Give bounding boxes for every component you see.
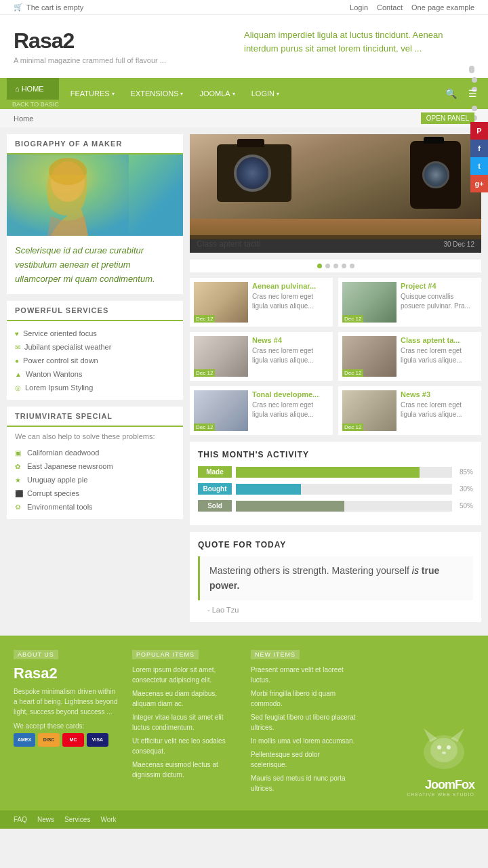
heart-icon: ♥ <box>15 330 19 337</box>
article-thumb: Dec 12 <box>342 282 396 323</box>
bought-pct: 30% <box>456 485 473 493</box>
google-button[interactable]: g+ <box>470 175 488 192</box>
sold-bar <box>236 501 452 512</box>
footer-services-link[interactable]: Services <box>64 816 90 823</box>
article-card[interactable]: Dec 12 Project #4 Quisque convallis posu… <box>338 278 481 327</box>
list-item[interactable]: Maecenas euismod lectus at dignissim dic… <box>132 760 237 780</box>
biography-title: BIOGRAPHY OF A MAKER <box>7 134 183 154</box>
list-item: ✿ East Japanese newsroom <box>15 459 175 473</box>
triumvirate-section: TRIUMVIRATE SPECIAL We can also help to … <box>7 407 183 519</box>
article-thumb: Dec 12 <box>342 336 396 377</box>
car-icon: ⬛ <box>15 490 23 497</box>
site-footer: ABOUT US Rasa2 Bespoke minimalism driven… <box>0 636 488 810</box>
service-label: Service oriented focus <box>23 329 97 337</box>
one-page-link[interactable]: One page example <box>411 3 474 12</box>
menu-button[interactable]: ☰ <box>464 83 481 104</box>
slider-dot-4[interactable] <box>342 264 346 268</box>
email-icon: ✉ <box>15 344 20 351</box>
list-item[interactable]: Praesent ornare velit et laoreet luctus. <box>251 665 356 685</box>
footer-site-title: Rasa2 <box>14 665 119 682</box>
slider-dot-1[interactable] <box>317 264 322 268</box>
list-item[interactable]: Sed feugiat libero ut libero placerat ul… <box>251 712 356 732</box>
header-intro: Aliquam imperdiet ligula at luctus tinci… <box>244 28 474 71</box>
contact-link[interactable]: Contact <box>377 3 403 12</box>
triumvirate-list: ▣ Californian deadwood ✿ East Japanese n… <box>7 446 183 519</box>
nav-home[interactable]: ⌂ HOME <box>7 78 59 100</box>
activity-section: THIS MONTH'S ACTIVITY Made 85% Bought 30… <box>190 442 481 525</box>
twitter-button[interactable]: t <box>470 157 488 175</box>
top-bar-links: Login Contact One page example <box>343 3 474 12</box>
chart-icon: ▲ <box>15 371 22 378</box>
article-excerpt: Cras nec lorem eget ligula varius alique… <box>252 400 329 419</box>
article-date: Dec 12 <box>342 423 363 431</box>
footer-bottom: FAQ News Services Work <box>0 810 488 829</box>
list-item: ▣ Californian deadwood <box>15 446 175 459</box>
svg-point-6 <box>430 738 458 762</box>
features-arrow: ▾ <box>112 91 115 97</box>
triumvirate-item-label: Uruguay apple pie <box>27 476 87 484</box>
site-header: Rasa2 A minimal magazine crammed full of… <box>0 15 488 78</box>
article-excerpt: Cras nec lorem eget ligula varius alique… <box>401 346 477 365</box>
nav-login[interactable]: LOGIN ▾ <box>243 83 287 104</box>
list-item[interactable]: Maecenas eu diam dapibus, aliquam diam a… <box>132 688 237 709</box>
amex-card: AMEX <box>14 733 35 747</box>
services-section: POWERFUL SERVICES ♥ Service oriented foc… <box>7 301 183 400</box>
article-card[interactable]: Dec 12 News #3 Cras nec lorem eget ligul… <box>338 386 481 435</box>
quote-box: Mastering others is strength. Mastering … <box>198 556 473 600</box>
sold-pct: 50% <box>456 502 473 510</box>
pinterest-button[interactable]: P <box>470 122 488 140</box>
list-item[interactable]: Mauris sed metus id nunc porta ultrices. <box>251 773 356 793</box>
article-card[interactable]: Dec 12 Tonal developme... Cras nec lorem… <box>190 386 333 435</box>
site-logo[interactable]: Rasa2 <box>14 28 166 54</box>
nav-features[interactable]: FEATURES ▾ <box>62 83 123 104</box>
bought-bar <box>236 484 452 495</box>
quote-author: - Lao Tzu <box>198 606 473 614</box>
hero-slider[interactable]: Class aptent taciti 30 Dec 12 <box>190 134 481 253</box>
nav-extensions[interactable]: EXTENSIONS ▾ <box>123 83 192 104</box>
progress-sold: Sold 50% <box>198 500 473 512</box>
sold-label: Sold <box>198 500 232 512</box>
article-thumb: Dec 12 <box>342 390 396 431</box>
service-label: Lorem Ipsum Styling <box>25 384 93 392</box>
quote-section: QUOTE FOR TODAY Mastering others is stre… <box>190 532 481 622</box>
article-card[interactable]: Dec 12 News #4 Cras nec lorem eget ligul… <box>190 332 333 381</box>
nav-joomla[interactable]: JOOMLA ▾ <box>191 83 243 104</box>
search-button[interactable]: 🔍 <box>441 83 461 104</box>
user-icon: ● <box>15 357 19 365</box>
nav-icons: 🔍 ☰ <box>441 83 481 104</box>
article-title: Tonal developme... <box>252 390 329 398</box>
footer-faq-link[interactable]: FAQ <box>14 816 27 823</box>
login-arrow: ▾ <box>277 91 279 97</box>
main-nav: ⌂ HOME BACK TO BASIC FEATURES ▾ EXTENSIO… <box>0 78 488 109</box>
slider-image <box>190 134 481 239</box>
extensions-arrow: ▾ <box>180 91 183 97</box>
list-item[interactable]: Pellentesque sed dolor scelerisque. <box>251 749 356 770</box>
list-item: ♥ Service oriented focus <box>15 327 175 340</box>
slider-dot-3[interactable] <box>333 264 338 268</box>
slider-dot-5[interactable] <box>350 264 354 268</box>
open-panel-button[interactable]: OPEN PANEL <box>421 112 474 124</box>
article-thumb: Dec 12 <box>194 282 248 323</box>
list-item[interactable]: In mollis uma vel lorem accumsan. <box>251 736 356 746</box>
facebook-button[interactable]: f <box>470 140 488 157</box>
list-item[interactable]: Morbi fringilla libero id quam commodo. <box>251 688 356 709</box>
header-dots <box>244 60 474 71</box>
slider-dot-2[interactable] <box>325 264 330 268</box>
footer-news-link[interactable]: News <box>37 816 54 823</box>
list-item: ⚙ Environmental tools <box>15 500 175 514</box>
list-item[interactable]: Ut efficitur velit nec leo sodales conse… <box>132 736 237 756</box>
article-date: Dec 12 <box>194 423 215 431</box>
triumvirate-title: TRIUMVIRATE SPECIAL <box>7 407 183 427</box>
article-card[interactable]: Dec 12 Class aptent ta... Cras nec lorem… <box>338 332 481 381</box>
list-item: ● Power control sit down <box>15 354 175 367</box>
footer-work-link[interactable]: Work <box>100 816 116 823</box>
article-excerpt: Cras nec lorem eget ligula varius alique… <box>252 292 329 311</box>
article-card[interactable]: Dec 12 Aenean pulvinar... Cras nec lorem… <box>190 278 333 327</box>
list-item[interactable]: Integer vitae lacus sit amet elit luctus… <box>132 712 237 732</box>
login-link[interactable]: Login <box>350 3 368 12</box>
list-item[interactable]: Lorem ipsum dolor sit amet, consectetur … <box>132 665 237 685</box>
leaf-icon: ✿ <box>15 463 23 470</box>
article-title: News #4 <box>252 336 329 344</box>
breadcrumb-home[interactable]: Home <box>14 115 33 123</box>
bought-fill <box>236 484 301 495</box>
